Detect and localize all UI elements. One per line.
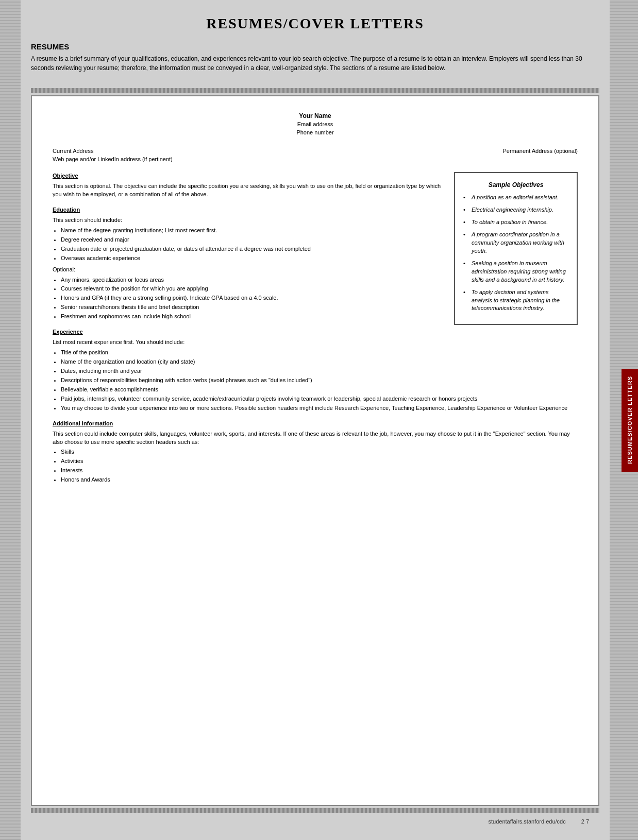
experience-intro: List most recent experience first. You s… bbox=[53, 338, 578, 347]
list-item: Honors and GPA (if they are a strong sel… bbox=[61, 294, 444, 302]
list-item: Honors and Awards bbox=[61, 476, 578, 484]
list-item: Courses relevant to the position for whi… bbox=[61, 285, 444, 293]
list-item: Any minors, specialization or focus area… bbox=[61, 276, 444, 284]
experience-list: Title of the position Name of the organi… bbox=[61, 349, 578, 413]
footer-url: studentaffairs.stanford.edu/cdc bbox=[488, 818, 565, 825]
doc-phone: Phone number bbox=[53, 129, 578, 137]
resumes-intro-section: RESUMES A resume is a brief summary of y… bbox=[31, 42, 599, 81]
list-item: Senior research/honors thesis title and … bbox=[61, 303, 444, 312]
list-item: Believable, verifiable accomplishments bbox=[61, 386, 578, 394]
list-item: Interests bbox=[61, 467, 578, 475]
sample-list-item: Electrical engineering internship. bbox=[463, 206, 568, 214]
list-item: Skills bbox=[61, 448, 578, 456]
experience-title: Experience bbox=[53, 328, 578, 336]
right-border: RESUMES/COVER LETTERS bbox=[610, 0, 638, 840]
right-column: Sample Objectives A position as an edito… bbox=[454, 172, 578, 328]
doc-addresses: Current Address Web page and/or LinkedIn… bbox=[53, 147, 578, 164]
additional-section: Additional Information This section coul… bbox=[53, 420, 578, 485]
side-tab-label: RESUMES/COVER LETTERS bbox=[627, 376, 633, 464]
list-item: Name of the degree-granting institutions… bbox=[61, 227, 444, 235]
doc-header: Your Name Email address Phone number bbox=[53, 112, 578, 137]
list-item: Overseas academic experience bbox=[61, 254, 444, 263]
additional-list: Skills Activities Interests Honors and A… bbox=[61, 448, 578, 484]
current-address-block: Current Address Web page and/or LinkedIn… bbox=[53, 147, 173, 164]
left-border bbox=[0, 0, 21, 840]
education-intro: This section should include: bbox=[53, 216, 444, 225]
resumes-heading: RESUMES bbox=[31, 42, 599, 51]
list-item: Paid jobs, internships, volunteer commun… bbox=[61, 395, 578, 403]
doc-email: Email address bbox=[53, 121, 578, 129]
list-item: Freshmen and sophomores can include high… bbox=[61, 313, 444, 321]
sample-list-item: A program coordinator position in a comm… bbox=[463, 231, 568, 255]
doc-name: Your Name bbox=[53, 112, 578, 121]
footer-bar: studentaffairs.stanford.edu/cdc 2 7 bbox=[31, 813, 599, 830]
list-item: You may choose to divide your experience… bbox=[61, 404, 578, 413]
education-list: Name of the degree-granting institutions… bbox=[61, 227, 444, 263]
objective-text: This section is optional. The objective … bbox=[53, 182, 444, 199]
sample-list-item: To obtain a position in finance. bbox=[463, 218, 568, 227]
top-border-bar bbox=[31, 88, 599, 93]
list-item: Dates, including month and year bbox=[61, 367, 578, 375]
list-item: Name of the organization and location (c… bbox=[61, 358, 578, 366]
sample-objectives-title: Sample Objectives bbox=[463, 180, 568, 190]
bottom-border-bar bbox=[31, 808, 599, 813]
list-item: Title of the position bbox=[61, 349, 578, 357]
sample-list-item: To apply decision and systems analysis t… bbox=[463, 288, 568, 313]
resumes-intro-text: A resume is a brief summary of your qual… bbox=[31, 54, 599, 73]
permanent-address: Permanent Address (optional) bbox=[502, 147, 578, 164]
side-tab: RESUMES/COVER LETTERS bbox=[622, 369, 638, 472]
sample-objectives-list: A position as an editorial assistant. El… bbox=[463, 194, 568, 313]
objective-section: Objective This section is optional. The … bbox=[53, 172, 444, 199]
education-optional-list: Any minors, specialization or focus area… bbox=[61, 276, 444, 321]
current-address: Current Address bbox=[53, 147, 173, 156]
experience-section: Experience List most recent experience f… bbox=[53, 328, 578, 412]
list-item: Descriptions of responsibilities beginni… bbox=[61, 376, 578, 385]
education-section: Education This section should include: N… bbox=[53, 206, 444, 321]
additional-text: This section could include computer skil… bbox=[53, 430, 578, 447]
sample-list-item: Seeking a position in museum administrat… bbox=[463, 260, 568, 284]
education-title: Education bbox=[53, 206, 444, 214]
additional-title: Additional Information bbox=[53, 420, 578, 428]
document-frame: Your Name Email address Phone number Cur… bbox=[31, 95, 599, 806]
current-address-sub: Web page and/or LinkedIn address (if per… bbox=[53, 156, 173, 164]
sample-list-item: A position as an editorial assistant. bbox=[463, 194, 568, 202]
list-item: Degree received and major bbox=[61, 236, 444, 244]
main-content: RESUMES/COVER LETTERS RESUMES A resume i… bbox=[21, 0, 610, 840]
footer-page: 2 7 bbox=[581, 818, 589, 825]
education-optional-label: Optional: bbox=[53, 266, 444, 274]
list-item: Activities bbox=[61, 457, 578, 466]
list-item: Graduation date or projected graduation … bbox=[61, 245, 444, 253]
sample-objectives-box: Sample Objectives A position as an edito… bbox=[454, 172, 578, 325]
page-title: RESUMES/COVER LETTERS bbox=[31, 15, 599, 32]
two-col-layout: Objective This section is optional. The … bbox=[53, 172, 578, 328]
objective-title: Objective bbox=[53, 172, 444, 180]
left-column: Objective This section is optional. The … bbox=[53, 172, 444, 328]
